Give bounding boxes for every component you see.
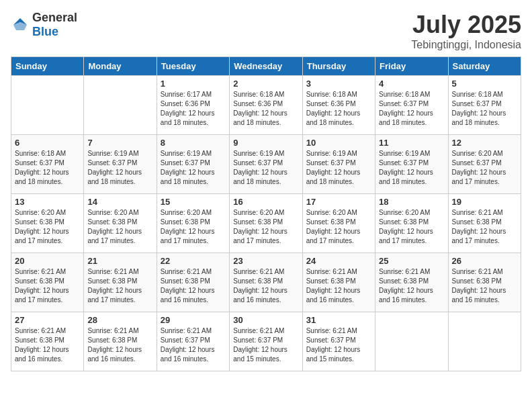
day-info: Sunrise: 6:19 AMSunset: 6:37 PMDaylight:… bbox=[233, 150, 287, 185]
day-number: 21 bbox=[87, 256, 152, 266]
calendar-cell: 28Sunrise: 6:21 AMSunset: 6:38 PMDayligh… bbox=[84, 312, 157, 371]
week-row-1: 1Sunrise: 6:17 AMSunset: 6:36 PMDaylight… bbox=[11, 76, 521, 135]
weekday-header-saturday: Saturday bbox=[448, 57, 521, 76]
day-number: 6 bbox=[15, 138, 80, 148]
day-number: 15 bbox=[161, 197, 226, 207]
day-number: 2 bbox=[233, 79, 298, 89]
day-info: Sunrise: 6:21 AMSunset: 6:38 PMDaylight:… bbox=[452, 268, 506, 304]
week-row-4: 20Sunrise: 6:21 AMSunset: 6:38 PMDayligh… bbox=[11, 253, 521, 312]
day-number: 18 bbox=[379, 197, 444, 207]
logo-icon bbox=[11, 15, 30, 34]
calendar-cell: 26Sunrise: 6:21 AMSunset: 6:38 PMDayligh… bbox=[448, 253, 521, 312]
calendar-cell: 6Sunrise: 6:18 AMSunset: 6:37 PMDaylight… bbox=[11, 135, 84, 194]
weekday-header-thursday: Thursday bbox=[302, 57, 375, 76]
calendar-cell bbox=[448, 312, 521, 371]
calendar-cell: 23Sunrise: 6:21 AMSunset: 6:38 PMDayligh… bbox=[230, 253, 302, 312]
calendar-cell: 20Sunrise: 6:21 AMSunset: 6:38 PMDayligh… bbox=[11, 253, 84, 312]
calendar-cell: 24Sunrise: 6:21 AMSunset: 6:38 PMDayligh… bbox=[302, 253, 375, 312]
calendar-cell: 1Sunrise: 6:17 AMSunset: 6:36 PMDaylight… bbox=[157, 76, 229, 135]
day-number: 14 bbox=[87, 197, 152, 207]
calendar-cell: 17Sunrise: 6:20 AMSunset: 6:38 PMDayligh… bbox=[302, 194, 375, 253]
day-number: 22 bbox=[161, 256, 226, 266]
day-number: 7 bbox=[87, 138, 152, 148]
day-info: Sunrise: 6:19 AMSunset: 6:37 PMDaylight:… bbox=[87, 150, 142, 185]
calendar-cell: 31Sunrise: 6:21 AMSunset: 6:37 PMDayligh… bbox=[302, 312, 375, 371]
day-info: Sunrise: 6:20 AMSunset: 6:38 PMDaylight:… bbox=[306, 209, 361, 244]
day-number: 8 bbox=[161, 138, 226, 148]
calendar-cell: 15Sunrise: 6:20 AMSunset: 6:38 PMDayligh… bbox=[157, 194, 229, 253]
day-number: 12 bbox=[452, 138, 517, 148]
calendar-cell bbox=[11, 76, 84, 135]
day-info: Sunrise: 6:21 AMSunset: 6:38 PMDaylight:… bbox=[87, 327, 142, 363]
day-info: Sunrise: 6:20 AMSunset: 6:38 PMDaylight:… bbox=[15, 209, 69, 244]
day-number: 3 bbox=[306, 79, 371, 89]
day-info: Sunrise: 6:20 AMSunset: 6:38 PMDaylight:… bbox=[161, 209, 215, 244]
week-row-5: 27Sunrise: 6:21 AMSunset: 6:38 PMDayligh… bbox=[11, 312, 521, 371]
calendar-cell: 30Sunrise: 6:21 AMSunset: 6:37 PMDayligh… bbox=[230, 312, 302, 371]
logo: General Blue bbox=[11, 11, 77, 39]
day-number: 16 bbox=[233, 197, 298, 207]
day-info: Sunrise: 6:18 AMSunset: 6:36 PMDaylight:… bbox=[233, 91, 287, 126]
logo-general: General bbox=[32, 11, 77, 24]
day-info: Sunrise: 6:21 AMSunset: 6:38 PMDaylight:… bbox=[87, 268, 142, 304]
header: General Blue July 2025 Tebingtinggi, Ind… bbox=[11, 11, 521, 51]
day-info: Sunrise: 6:21 AMSunset: 6:38 PMDaylight:… bbox=[15, 327, 69, 363]
calendar-cell bbox=[84, 76, 157, 135]
day-number: 31 bbox=[306, 315, 371, 325]
title-area: July 2025 Tebingtinggi, Indonesia bbox=[411, 11, 521, 51]
calendar-cell: 4Sunrise: 6:18 AMSunset: 6:37 PMDaylight… bbox=[375, 76, 448, 135]
day-info: Sunrise: 6:18 AMSunset: 6:36 PMDaylight:… bbox=[306, 91, 361, 126]
day-number: 30 bbox=[233, 315, 298, 325]
location-title: Tebingtinggi, Indonesia bbox=[411, 39, 521, 51]
day-number: 26 bbox=[452, 256, 517, 266]
day-info: Sunrise: 6:17 AMSunset: 6:36 PMDaylight:… bbox=[161, 91, 215, 126]
calendar-cell: 2Sunrise: 6:18 AMSunset: 6:36 PMDaylight… bbox=[230, 76, 302, 135]
day-number: 29 bbox=[161, 315, 226, 325]
day-number: 9 bbox=[233, 138, 298, 148]
day-number: 19 bbox=[452, 197, 517, 207]
calendar-cell: 13Sunrise: 6:20 AMSunset: 6:38 PMDayligh… bbox=[11, 194, 84, 253]
day-number: 11 bbox=[379, 138, 444, 148]
day-number: 25 bbox=[379, 256, 444, 266]
day-info: Sunrise: 6:20 AMSunset: 6:38 PMDaylight:… bbox=[233, 209, 287, 244]
day-info: Sunrise: 6:21 AMSunset: 6:37 PMDaylight:… bbox=[161, 327, 215, 363]
weekday-header-tuesday: Tuesday bbox=[157, 57, 229, 76]
calendar-cell: 7Sunrise: 6:19 AMSunset: 6:37 PMDaylight… bbox=[84, 135, 157, 194]
day-info: Sunrise: 6:21 AMSunset: 6:38 PMDaylight:… bbox=[15, 268, 69, 304]
day-info: Sunrise: 6:19 AMSunset: 6:37 PMDaylight:… bbox=[379, 150, 433, 185]
calendar-cell: 10Sunrise: 6:19 AMSunset: 6:37 PMDayligh… bbox=[302, 135, 375, 194]
calendar-cell: 25Sunrise: 6:21 AMSunset: 6:38 PMDayligh… bbox=[375, 253, 448, 312]
calendar-cell: 18Sunrise: 6:20 AMSunset: 6:38 PMDayligh… bbox=[375, 194, 448, 253]
calendar-cell: 29Sunrise: 6:21 AMSunset: 6:37 PMDayligh… bbox=[157, 312, 229, 371]
day-number: 10 bbox=[306, 138, 371, 148]
weekday-header-monday: Monday bbox=[84, 57, 157, 76]
day-info: Sunrise: 6:21 AMSunset: 6:38 PMDaylight:… bbox=[379, 268, 433, 304]
calendar-cell: 9Sunrise: 6:19 AMSunset: 6:37 PMDaylight… bbox=[230, 135, 302, 194]
day-info: Sunrise: 6:18 AMSunset: 6:37 PMDaylight:… bbox=[452, 91, 506, 126]
day-info: Sunrise: 6:20 AMSunset: 6:38 PMDaylight:… bbox=[87, 209, 142, 244]
calendar-cell: 16Sunrise: 6:20 AMSunset: 6:38 PMDayligh… bbox=[230, 194, 302, 253]
calendar-cell: 19Sunrise: 6:21 AMSunset: 6:38 PMDayligh… bbox=[448, 194, 521, 253]
day-info: Sunrise: 6:18 AMSunset: 6:37 PMDaylight:… bbox=[15, 150, 69, 185]
calendar-cell: 14Sunrise: 6:20 AMSunset: 6:38 PMDayligh… bbox=[84, 194, 157, 253]
day-info: Sunrise: 6:19 AMSunset: 6:37 PMDaylight:… bbox=[161, 150, 215, 185]
calendar-cell: 5Sunrise: 6:18 AMSunset: 6:37 PMDaylight… bbox=[448, 76, 521, 135]
day-info: Sunrise: 6:19 AMSunset: 6:37 PMDaylight:… bbox=[306, 150, 361, 185]
day-number: 4 bbox=[379, 79, 444, 89]
day-number: 5 bbox=[452, 79, 517, 89]
day-info: Sunrise: 6:21 AMSunset: 6:38 PMDaylight:… bbox=[306, 268, 361, 304]
calendar-cell: 21Sunrise: 6:21 AMSunset: 6:38 PMDayligh… bbox=[84, 253, 157, 312]
weekday-header-row: SundayMondayTuesdayWednesdayThursdayFrid… bbox=[11, 57, 521, 76]
day-info: Sunrise: 6:20 AMSunset: 6:37 PMDaylight:… bbox=[452, 150, 506, 185]
month-title: July 2025 bbox=[411, 11, 521, 39]
day-number: 24 bbox=[306, 256, 371, 266]
day-info: Sunrise: 6:21 AMSunset: 6:37 PMDaylight:… bbox=[233, 327, 287, 363]
day-number: 27 bbox=[15, 315, 80, 325]
weekday-header-friday: Friday bbox=[375, 57, 448, 76]
day-number: 17 bbox=[306, 197, 371, 207]
calendar-cell: 8Sunrise: 6:19 AMSunset: 6:37 PMDaylight… bbox=[157, 135, 229, 194]
day-number: 28 bbox=[87, 315, 152, 325]
logo-blue: Blue bbox=[32, 25, 58, 38]
day-info: Sunrise: 6:21 AMSunset: 6:37 PMDaylight:… bbox=[306, 327, 361, 363]
calendar-table: SundayMondayTuesdayWednesdayThursdayFrid… bbox=[11, 56, 521, 371]
